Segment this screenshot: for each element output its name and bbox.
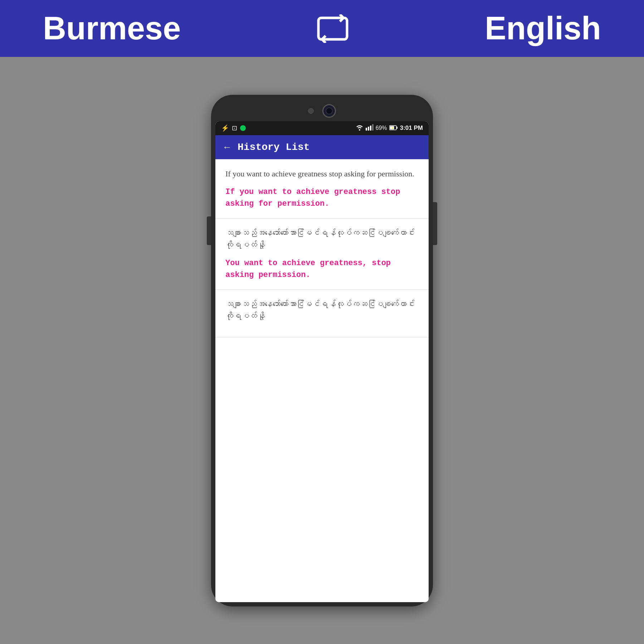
- volume-button-left: [207, 216, 211, 245]
- status-right-icons: 69% 3:01 PM: [356, 124, 423, 132]
- status-bar: ⚡ ⊡: [215, 121, 429, 135]
- svg-rect-7: [390, 126, 394, 129]
- battery-icon: [389, 125, 398, 132]
- usb-icon: ⚡: [221, 124, 229, 132]
- swap-languages-button[interactable]: [315, 14, 351, 43]
- svg-rect-4: [372, 124, 374, 131]
- svg-rect-1: [366, 128, 367, 131]
- svg-rect-0: [318, 18, 347, 39]
- image-icon: ⊡: [232, 124, 237, 132]
- power-button-right: [433, 202, 437, 245]
- list-item[interactable]: သချာသည်အနဘော်တော်အောင်မြင်ရန်လုပ်ကဆင်ပြခ…: [215, 290, 429, 337]
- wifi-icon: [356, 124, 364, 132]
- phone-wrapper: ⚡ ⊡: [0, 57, 644, 644]
- camera-inner: [326, 107, 333, 114]
- language-bar: Burmese English: [0, 0, 644, 57]
- target-language-label[interactable]: English: [485, 10, 601, 47]
- phone-top-area: [215, 99, 429, 121]
- app-toolbar: ← History List: [215, 135, 429, 159]
- source-text-2: သချာသည်အနဘော်တော်အောင်မြင်ရန်လုပ်ကဆင်ပြခ…: [225, 227, 419, 251]
- status-left-icons: ⚡ ⊡: [221, 124, 246, 132]
- sensor-dot: [308, 108, 314, 114]
- camera-lens: [322, 104, 336, 118]
- signal-icon: [366, 124, 374, 132]
- list-item[interactable]: If you want to achieve greatness stop as…: [215, 159, 429, 219]
- time-display: 3:01 PM: [400, 125, 423, 132]
- phone-device: ⚡ ⊡: [211, 95, 433, 606]
- source-text-3: သချာသည်အနဘော်တော်အောင်မြင်ရန်လုပ်ကဆင်ပြခ…: [225, 298, 419, 322]
- history-list-content[interactable]: If you want to achieve greatness stop as…: [215, 159, 429, 602]
- phone-screen: ⚡ ⊡: [215, 121, 429, 602]
- svg-rect-6: [396, 127, 397, 129]
- back-button[interactable]: ←: [223, 142, 232, 153]
- svg-rect-2: [368, 127, 369, 131]
- source-text-1: If you want to achieve greatness stop as…: [225, 168, 419, 180]
- translated-text-2: You want to achieve greatness, stop aski…: [225, 257, 419, 281]
- battery-percent: 69%: [376, 125, 387, 131]
- location-icon: [240, 125, 246, 131]
- screen-title: History List: [238, 142, 310, 153]
- translated-text-1: If you want to achieve greatness stop as…: [225, 186, 419, 210]
- list-item[interactable]: သချာသည်အနဘော်တော်အောင်မြင်ရန်လုပ်ကဆင်ပြခ…: [215, 219, 429, 290]
- svg-rect-3: [370, 126, 371, 131]
- source-language-label[interactable]: Burmese: [43, 10, 181, 47]
